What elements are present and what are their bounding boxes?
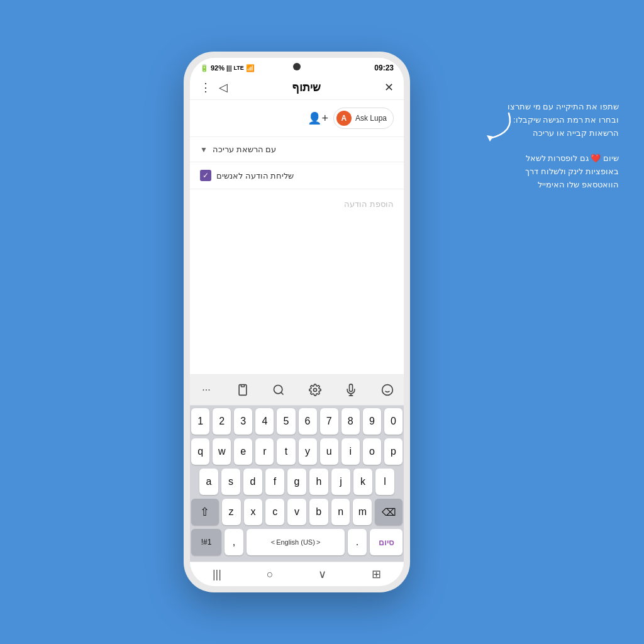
key-h[interactable]: h <box>309 469 328 495</box>
key-1[interactable]: 1 <box>191 408 209 435</box>
key-e[interactable]: e <box>234 438 252 465</box>
toolbar-clipboard-icon[interactable] <box>231 379 254 401</box>
key-w[interactable]: w <box>213 438 231 465</box>
wifi-icon: 📶 <box>246 64 255 72</box>
dropdown-arrow-icon: ▼ <box>200 145 208 154</box>
backspace-key[interactable]: ⌫ <box>375 499 402 525</box>
key-l[interactable]: l <box>375 469 394 495</box>
key-k[interactable]: k <box>353 469 372 495</box>
add-person-icon[interactable]: 👤+ <box>308 111 328 125</box>
time-display: 09:23 <box>374 64 394 72</box>
language-key[interactable]: < English (US) > <box>247 529 345 555</box>
permission-text: עם הרשאת עריכה <box>213 145 276 154</box>
permission-row[interactable]: עם הרשאת עריכה ▼ <box>190 137 404 162</box>
keyboard: 1 2 3 4 5 6 7 8 9 0 q w e r t y u i <box>190 406 404 562</box>
toolbar-search-icon[interactable] <box>267 379 290 401</box>
battery-icon: 🔋 <box>200 64 209 72</box>
key-y[interactable]: y <box>299 438 317 465</box>
status-left: 🔋 92% ||| LTE 📶 <box>200 64 255 72</box>
toolbar-mic-icon[interactable] <box>340 379 362 401</box>
top-navigation: ⋮ ◁ שיתוף ✕ <box>190 75 404 100</box>
key-p[interactable]: p <box>384 438 402 465</box>
toolbar-settings-icon[interactable] <box>304 379 326 401</box>
lte-label: LTE <box>233 65 243 71</box>
share-section: 👤+ A Ask Lupa <box>190 100 404 137</box>
nav-menu-icon[interactable]: ||| <box>213 568 221 581</box>
key-g[interactable]: g <box>287 469 306 495</box>
key-t[interactable]: t <box>277 438 295 465</box>
camera-notch <box>293 63 301 70</box>
key-v[interactable]: v <box>287 499 306 525</box>
nav-home-icon[interactable]: ○ <box>267 568 274 581</box>
page-title: שיתוף <box>292 80 321 94</box>
lang-right-chevron: > <box>316 538 320 546</box>
key-d[interactable]: d <box>243 469 262 495</box>
key-5[interactable]: 5 <box>277 408 295 435</box>
more-options-icon[interactable]: ⋮ <box>200 80 211 94</box>
key-3[interactable]: 3 <box>234 408 252 435</box>
key-z[interactable]: z <box>222 499 241 525</box>
nav-left-icons: ⋮ ◁ <box>200 80 228 94</box>
key-m[interactable]: m <box>353 499 372 525</box>
bottom-navigation: ||| ○ ∨ ⊞ <box>190 562 404 586</box>
keyboard-row-bottom: !#1 , < English (US) > . סיום <box>191 529 402 555</box>
nav-apps-icon[interactable]: ⊞ <box>372 567 381 581</box>
key-j[interactable]: j <box>331 469 350 495</box>
key-c[interactable]: c <box>265 499 284 525</box>
nav-back-icon[interactable]: ∨ <box>318 567 326 581</box>
avatar: A <box>336 111 352 126</box>
notification-text: שליחת הודעה לאנשים <box>216 171 294 180</box>
annotation-text-1: שתפו את התיקייה עם מי שתרצו ובחרו את רמת… <box>487 101 619 140</box>
keyboard-row-numbers: 1 2 3 4 5 6 7 8 9 0 <box>191 408 402 435</box>
signal-bars: ||| <box>226 65 231 72</box>
comma-key[interactable]: , <box>225 529 243 555</box>
svg-point-1 <box>274 386 282 394</box>
numbers-key[interactable]: !#1 <box>191 529 221 555</box>
key-o[interactable]: o <box>363 438 381 465</box>
key-s[interactable]: s <box>221 469 240 495</box>
key-8[interactable]: 8 <box>341 408 360 435</box>
svg-point-3 <box>313 389 316 392</box>
notification-row[interactable]: שליחת הודעה לאנשים ✓ <box>190 162 404 189</box>
close-icon[interactable]: ✕ <box>384 80 394 94</box>
ask-lupa-label: Ask Lupa <box>355 114 387 123</box>
phone-screen: 🔋 92% ||| LTE 📶 09:23 ⋮ ◁ שיתוף ✕ 👤+ A <box>190 58 404 586</box>
svg-rect-0 <box>241 385 244 387</box>
key-f[interactable]: f <box>265 469 284 495</box>
keyboard-row-asdf: a s d f g h j k l <box>191 469 402 495</box>
lang-left-chevron: < <box>271 538 275 546</box>
key-6[interactable]: 6 <box>299 408 317 435</box>
key-u[interactable]: u <box>320 438 338 465</box>
key-4[interactable]: 4 <box>255 408 274 435</box>
toolbar-more-icon[interactable]: ··· <box>195 379 218 401</box>
phone-device: 🔋 92% ||| LTE 📶 09:23 ⋮ ◁ שיתוף ✕ 👤+ A <box>184 52 410 592</box>
key-r[interactable]: r <box>255 438 274 465</box>
language-label: English (US) <box>276 538 315 546</box>
svg-point-4 <box>382 385 393 396</box>
key-9[interactable]: 9 <box>363 408 381 435</box>
key-b[interactable]: b <box>309 499 328 525</box>
message-placeholder: הוספת הודעה <box>344 199 394 209</box>
key-7[interactable]: 7 <box>320 408 338 435</box>
keyboard-row-qwerty: q w e r t y u i o p <box>191 438 402 465</box>
keyboard-row-zxcv: ⇧ z x c v b n m ⌫ <box>191 499 402 525</box>
key-q[interactable]: q <box>191 438 209 465</box>
key-a[interactable]: a <box>199 469 218 495</box>
key-n[interactable]: n <box>331 499 350 525</box>
ask-lupa-pill[interactable]: A Ask Lupa <box>333 108 394 129</box>
message-input-area[interactable]: הוספת הודעה <box>190 189 404 375</box>
toolbar-emoji-icon[interactable] <box>376 379 399 401</box>
done-key[interactable]: סיום <box>370 529 402 555</box>
period-key[interactable]: . <box>348 529 367 555</box>
key-2[interactable]: 2 <box>213 408 231 435</box>
svg-line-2 <box>281 392 284 395</box>
battery-percent: 92% <box>211 64 225 72</box>
key-0[interactable]: 0 <box>384 408 402 435</box>
key-x[interactable]: x <box>244 499 263 525</box>
key-i[interactable]: i <box>341 438 360 465</box>
notification-checkbox[interactable]: ✓ <box>200 170 211 181</box>
annotation-block: שתפו את התיקייה עם מי שתרצו ובחרו את רמת… <box>487 101 619 192</box>
shift-key[interactable]: ⇧ <box>191 499 219 525</box>
annotation-text-2: שיום ❤️ גם לופסרות לשאל באופציות לינק ול… <box>487 152 619 191</box>
back-icon[interactable]: ◁ <box>219 80 228 94</box>
